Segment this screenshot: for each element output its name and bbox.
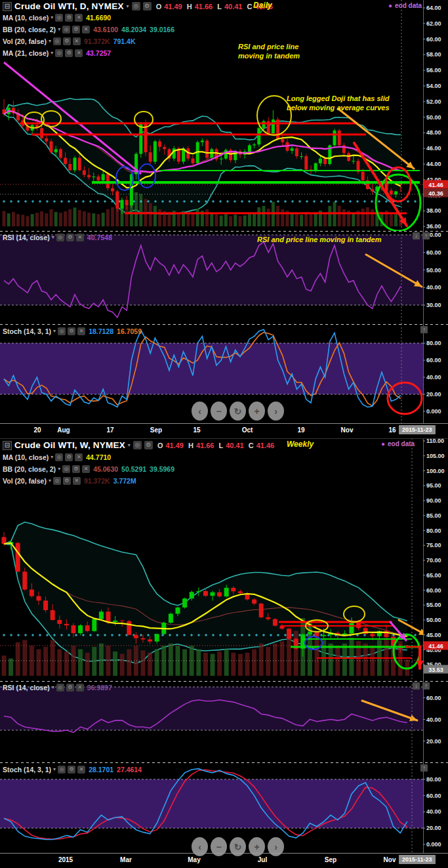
settings-icon[interactable]: ⚙ — [72, 465, 80, 473]
visibility-icon[interactable]: ◎ — [55, 14, 63, 22]
close-icon[interactable]: ✕ — [82, 465, 90, 473]
visibility-icon[interactable]: ◎ — [62, 465, 70, 473]
chevron-down-icon[interactable]: ▾ — [58, 26, 60, 32]
chevron-down-icon[interactable]: ▾ — [58, 466, 60, 472]
chevron-down-icon[interactable]: ▾ — [53, 328, 56, 334]
chart-stage: 64.0062.0060.0058.0056.0054.0052.0050.00… — [0, 0, 448, 868]
settings-icon[interactable]: ⚙ — [65, 453, 73, 461]
visibility-icon[interactable]: ◎ — [55, 453, 63, 461]
svg-text:58.00: 58.00 — [426, 51, 441, 58]
weekly-price-chart[interactable]: 110.00105.00100.0095.0090.0085.0080.0075… — [0, 438, 448, 681]
chevron-down-icon[interactable]: ▾ — [49, 478, 51, 484]
svg-text:48.00: 48.00 — [426, 129, 441, 136]
visibility-icon[interactable]: ◎ — [56, 684, 64, 692]
close-icon[interactable]: ✕ — [76, 234, 84, 241]
visibility-icon[interactable]: ◎ — [53, 37, 61, 45]
eod-data-label: ● eod data — [388, 2, 422, 9]
collapse-pane-icon[interactable]: ↓ — [413, 682, 420, 690]
daily-rsi-pane[interactable]: 70.0060.0050.0040.0030.00 — [0, 231, 448, 324]
indicator-label[interactable]: MA (21, close) — [3, 49, 49, 57]
visibility-icon[interactable]: ◎ — [132, 2, 140, 10]
scroll-left-button[interactable]: ‹ — [192, 402, 208, 421]
close-icon[interactable]: ✕ — [75, 49, 83, 57]
reset-view-button[interactable]: ↻ — [230, 837, 246, 856]
settings-icon[interactable]: ⚙ — [66, 234, 74, 241]
rsi-indicator-label[interactable]: RSI (14, close) — [3, 234, 50, 241]
expand-pane-icon[interactable]: ↑ — [422, 232, 430, 239]
settings-icon[interactable]: ⚙ — [63, 37, 71, 45]
settings-icon[interactable]: ⚙ — [143, 2, 152, 10]
settings-icon[interactable]: ⚙ — [65, 14, 73, 22]
settings-icon[interactable]: ⚙ — [65, 49, 73, 57]
daily-chart-title[interactable]: Crude Oil WTI, D, NYMEX — [14, 1, 124, 11]
chevron-down-icon[interactable]: ▾ — [127, 3, 129, 9]
settings-icon[interactable]: ⚙ — [68, 327, 75, 335]
stoch-indicator-label[interactable]: Stoch (14, 3, 1) — [3, 766, 51, 774]
visibility-icon[interactable]: ◎ — [58, 327, 66, 335]
zoom-out-button[interactable]: − — [211, 402, 227, 421]
settings-icon[interactable]: ⚙ — [66, 684, 74, 692]
stoch-indicator-label[interactable]: Stoch (14, 3, 1) — [3, 327, 51, 335]
collapse-pane-icon[interactable]: ↓ — [413, 232, 420, 239]
scroll-left-button[interactable]: ‹ — [192, 837, 208, 856]
visibility-icon[interactable]: ◎ — [58, 766, 66, 774]
visibility-icon[interactable]: ◎ — [55, 49, 63, 57]
settings-icon[interactable]: ⚙ — [63, 477, 71, 485]
scroll-right-button[interactable]: › — [268, 837, 284, 856]
low-label: L — [217, 3, 222, 10]
daily-time-axis[interactable]: 20Aug17Sep15Oct19Nov162015-11-23 — [0, 423, 448, 438]
close-icon[interactable]: ✕ — [82, 26, 90, 33]
indicator-value: 39.0166 — [150, 26, 174, 33]
indicator-label[interactable]: BB (20, close, 2) — [3, 465, 56, 473]
settings-icon[interactable]: ⚙ — [72, 26, 80, 33]
eod-text: eod data — [388, 440, 415, 447]
visibility-icon[interactable]: ◎ — [56, 234, 64, 241]
close-icon[interactable]: ✕ — [73, 477, 81, 485]
svg-text:0.000: 0.000 — [426, 408, 441, 415]
high-label: H — [187, 3, 192, 10]
close-icon[interactable]: ✕ — [75, 453, 83, 461]
visibility-icon[interactable]: ◎ — [53, 477, 61, 485]
settings-icon[interactable]: ⚙ — [144, 441, 153, 449]
scroll-right-button[interactable]: › — [268, 402, 284, 421]
zoom-in-button[interactable]: + — [249, 402, 265, 421]
chevron-down-icon[interactable]: ▾ — [52, 684, 54, 690]
visibility-icon[interactable]: ◎ — [133, 441, 142, 449]
reset-view-button[interactable]: ↻ — [230, 402, 246, 421]
svg-text:90.00: 90.00 — [426, 497, 441, 504]
collapse-chart-icon[interactable]: ⊟ — [3, 2, 12, 11]
close-icon[interactable]: ✕ — [77, 327, 85, 335]
svg-text:60.00: 60.00 — [426, 36, 441, 43]
indicator-value: 43.7257 — [86, 49, 111, 57]
indicator-label[interactable]: BB (20, close, 2) — [3, 26, 56, 33]
chevron-down-icon[interactable]: ▾ — [52, 234, 54, 240]
zoom-out-button[interactable]: − — [211, 837, 227, 856]
indicator-label[interactable]: Vol (20, false) — [3, 37, 47, 45]
expand-pane-icon[interactable]: ↑ — [420, 764, 428, 772]
rsi-indicator-label[interactable]: RSI (14, close) — [3, 684, 50, 692]
svg-text:40.36: 40.36 — [428, 190, 443, 197]
indicator-label[interactable]: MA (10, close) — [3, 453, 49, 461]
daily-price-chart[interactable]: 64.0062.0060.0058.0056.0054.0052.0050.00… — [0, 0, 448, 231]
weekly-rsi-pane[interactable]: 60.0040.0020.00 — [0, 681, 448, 762]
close-icon[interactable]: ✕ — [73, 37, 81, 45]
settings-icon[interactable]: ⚙ — [68, 766, 75, 774]
close-icon[interactable]: ✕ — [75, 14, 83, 22]
chevron-down-icon[interactable]: ▾ — [53, 766, 56, 772]
chevron-down-icon[interactable]: ▾ — [51, 454, 53, 460]
expand-pane-icon[interactable]: ↑ — [422, 682, 430, 690]
chevron-down-icon[interactable]: ▾ — [51, 14, 53, 20]
zoom-in-button[interactable]: + — [249, 837, 265, 856]
svg-text:54.00: 54.00 — [426, 83, 441, 89]
chevron-down-icon[interactable]: ▾ — [128, 442, 131, 448]
close-icon[interactable]: ✕ — [77, 766, 85, 774]
visibility-icon[interactable]: ◎ — [62, 26, 70, 33]
chevron-down-icon[interactable]: ▾ — [51, 50, 53, 56]
collapse-chart-icon[interactable]: ⊟ — [3, 441, 12, 450]
weekly-chart-title[interactable]: Crude Oil WTI, W, NYMEX — [14, 440, 125, 450]
indicator-label[interactable]: Vol (20, false) — [3, 477, 47, 485]
close-icon[interactable]: ✕ — [76, 684, 84, 692]
chevron-down-icon[interactable]: ▾ — [49, 38, 51, 44]
expand-pane-icon[interactable]: ↑ — [420, 326, 428, 333]
indicator-label[interactable]: MA (10, close) — [3, 14, 49, 22]
